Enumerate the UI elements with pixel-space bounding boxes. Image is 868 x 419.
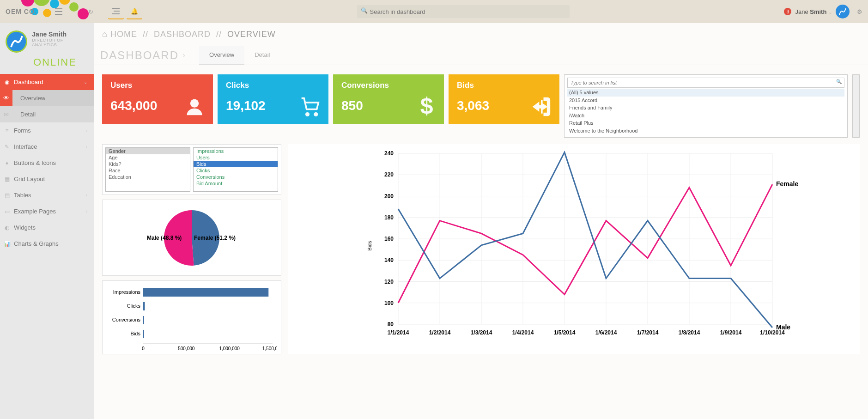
kpi-row: Users 643,000 Clicks 19,102 Conversions … (102, 74, 860, 138)
nav-detail[interactable]: ✉Detail (0, 106, 94, 122)
dimension-picker-panel: GenderAgeKids?RaceEducation ImpressionsU… (102, 144, 281, 195)
svg-text:1/5/2014: 1/5/2014 (554, 329, 576, 336)
svg-text:1/1/2014: 1/1/2014 (388, 329, 409, 336)
nav-buttons-icons[interactable]: ♦Buttons & Icons (0, 155, 94, 171)
bell-icon[interactable]: 🔔 (127, 4, 142, 19)
nav-grid-layout[interactable]: ▦Grid Layout (0, 171, 94, 187)
svg-text:160: 160 (384, 236, 394, 242)
profile-block: Jane Smith DIRECTOR OF ANALYTICS (0, 23, 94, 56)
svg-text:1/8/2014: 1/8/2014 (679, 329, 700, 336)
nav-dashboard[interactable]: ◉Dashboard⌄ (0, 74, 94, 90)
topbar: OEM CO. ↻ 🔔 3 Jane Smith ⌄ ⚙ (0, 0, 868, 23)
nav-charts-graphs[interactable]: 📊Charts & Graphs (0, 236, 94, 252)
svg-text:Female: Female (776, 180, 798, 188)
page-header: DASHBOARD › Overview Detail (94, 39, 868, 65)
svg-text:1,500,000: 1,500,000 (262, 346, 277, 351)
list-button[interactable] (108, 4, 124, 19)
profile-name: Jane Smith (32, 30, 88, 38)
tabs: Overview Detail (199, 46, 280, 65)
main: ⌂ HOME // DASHBOARD // OVERVIEW DASHBOAR… (94, 23, 868, 419)
svg-text:0: 0 (142, 346, 145, 351)
chevron-right-icon: › (182, 50, 185, 60)
svg-rect-10 (55, 14, 62, 15)
nav-example-pages[interactable]: ▭Example Pages‹ (0, 203, 94, 219)
cart-icon (300, 97, 320, 117)
svg-rect-27 (143, 330, 144, 338)
kpi-users[interactable]: Users 643,000 (102, 74, 213, 124)
svg-text:100: 100 (384, 300, 394, 306)
nav-tables[interactable]: ▤Tables‹ (0, 187, 94, 203)
svg-point-1 (33, 0, 50, 6)
gear-icon[interactable]: ⚙ (857, 8, 862, 15)
svg-text:500,000: 500,000 (178, 346, 195, 351)
svg-text:1/4/2014: 1/4/2014 (512, 329, 534, 336)
svg-rect-21 (143, 288, 268, 297)
user-area[interactable]: 3 Jane Smith ⌄ ⚙ (784, 5, 862, 18)
page-title: DASHBOARD (100, 49, 179, 62)
nav-forms[interactable]: ≡Forms‹ (0, 122, 94, 139)
svg-text:1/6/2014: 1/6/2014 (595, 329, 617, 336)
kpi-bids[interactable]: Bids 3,063 (449, 74, 559, 124)
svg-rect-25 (143, 316, 144, 324)
profile-avatar (6, 30, 27, 53)
svg-rect-11 (112, 8, 120, 9)
kpi-conversions[interactable]: Conversions 850 $ (333, 74, 444, 124)
search-wrap (357, 5, 570, 18)
tab-detail[interactable]: Detail (244, 46, 280, 65)
svg-text:Male: Male (776, 323, 790, 331)
svg-point-14 (190, 99, 199, 108)
dollar-icon: $ (417, 94, 436, 117)
svg-text:140: 140 (384, 257, 394, 263)
nav-interface[interactable]: ✎Interface‹ (0, 139, 94, 155)
nav: ◉Dashboard⌄ 👁Overview ✉Detail ≡Forms‹ ✎I… (0, 74, 94, 252)
svg-text:1/7/2014: 1/7/2014 (637, 329, 659, 336)
horizontal-bar-chart: ImpressionsClicksConversionsBids0500,000… (102, 280, 281, 354)
svg-point-7 (43, 9, 51, 17)
filter-search-input[interactable] (567, 78, 844, 88)
home-icon[interactable]: ⌂ (102, 30, 108, 39)
svg-text:240: 240 (384, 150, 394, 157)
search-input[interactable] (357, 5, 570, 18)
online-status: ONLINE (0, 56, 94, 74)
svg-text:1/2/2014: 1/2/2014 (429, 329, 451, 336)
nav-overview[interactable]: 👁Overview (0, 90, 94, 106)
svg-text:Conversions: Conversions (112, 317, 141, 322)
svg-rect-12 (114, 11, 120, 12)
brand-label: OEM CO. (6, 8, 37, 15)
svg-text:180: 180 (384, 214, 394, 221)
svg-text:Female (51.2 %): Female (51.2 %) (194, 235, 236, 241)
dimension-list-left[interactable]: GenderAgeKids?RaceEducation (105, 147, 190, 192)
svg-text:1,000,000: 1,000,000 (219, 346, 240, 351)
svg-text:1/3/2014: 1/3/2014 (471, 329, 492, 336)
svg-text:220: 220 (384, 171, 394, 178)
breadcrumb: ⌂ HOME // DASHBOARD // OVERVIEW (94, 23, 868, 39)
user-name: Jane Smith ⌄ (795, 8, 832, 15)
line-chart: 801001201401601802002202401/1/20141/2/20… (288, 144, 860, 354)
arrow-in-icon (531, 97, 551, 117)
svg-text:1/9/2014: 1/9/2014 (720, 329, 742, 336)
profile-role: DIRECTOR OF ANALYTICS (32, 38, 88, 47)
svg-point-15 (306, 113, 309, 116)
metric-list-right[interactable]: ImpressionsUsersBidsClicksConversionsBid… (193, 147, 278, 192)
svg-rect-8 (55, 8, 62, 9)
pie-chart: Male (48.8 %)Female (51.2 %) (102, 200, 281, 276)
nav-widgets[interactable]: ◐Widgets (0, 219, 94, 236)
refresh-button[interactable]: ↻ (83, 4, 99, 19)
menu-toggle-button[interactable] (51, 4, 67, 19)
notification-badge: 3 (784, 8, 791, 15)
avatar[interactable] (836, 5, 850, 18)
svg-text:Male (48.8 %): Male (48.8 %) (147, 235, 182, 241)
filter-panel: (All) 5 values2015 AccordFriends and Fam… (564, 74, 848, 138)
svg-text:$: $ (420, 94, 433, 117)
user-icon (184, 97, 205, 117)
filter-list[interactable]: (All) 5 values2015 AccordFriends and Fam… (567, 89, 844, 134)
tab-overview[interactable]: Overview (199, 46, 244, 65)
kpi-clicks[interactable]: Clicks 19,102 (218, 74, 328, 124)
sidebar: Jane Smith DIRECTOR OF ANALYTICS ONLINE … (0, 23, 94, 419)
scrollbar-stub[interactable] (852, 74, 860, 138)
svg-point-16 (315, 113, 317, 116)
svg-text:Bids: Bids (367, 241, 372, 251)
svg-text:120: 120 (384, 279, 394, 285)
svg-point-4 (69, 2, 79, 12)
svg-text:Impressions: Impressions (113, 289, 141, 295)
